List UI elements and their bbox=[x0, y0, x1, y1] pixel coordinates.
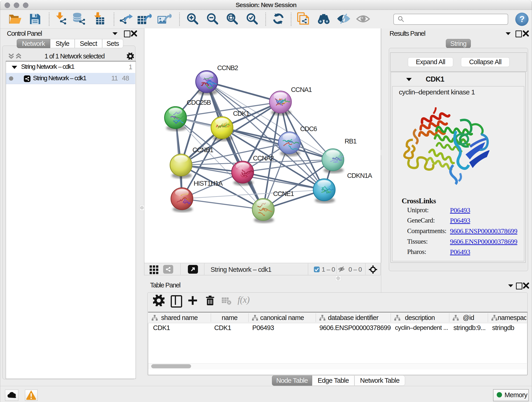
svg-text:CCNA2: CCNA2 bbox=[253, 154, 274, 162]
svg-text:CDC6: CDC6 bbox=[300, 125, 317, 133]
svg-text:RB1: RB1 bbox=[345, 138, 356, 145]
svg-text:CCNB2: CCNB2 bbox=[217, 64, 238, 71]
svg-text:CCNA1: CCNA1 bbox=[291, 86, 312, 93]
svg-text:CDKN1A: CDKN1A bbox=[347, 172, 372, 179]
svg-text:CCNE1: CCNE1 bbox=[273, 190, 294, 197]
svg-text:?: ? bbox=[519, 14, 525, 24]
svg-text:CCNB1: CCNB1 bbox=[192, 146, 213, 153]
svg-text:CDK1: CDK1 bbox=[233, 110, 249, 117]
svg-text:HIST1H1A: HIST1H1A bbox=[194, 180, 223, 187]
svg-text:CDC25B: CDC25B bbox=[187, 99, 211, 106]
